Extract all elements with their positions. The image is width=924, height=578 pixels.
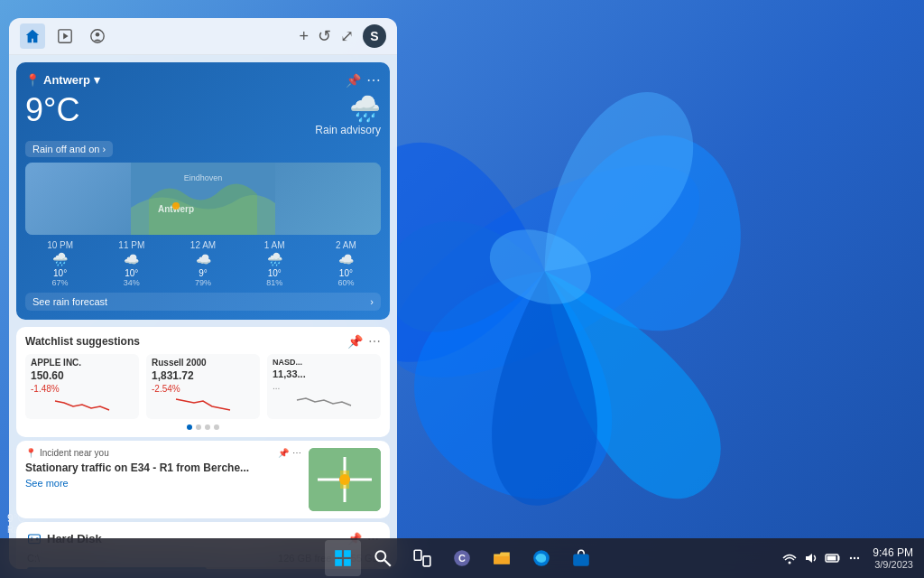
hourly-forecast: 10 PM🌧️10°67% 11 PM☁️10°34% 12 AM☁️9°79%… — [25, 240, 381, 287]
desktop: + ↺ ⤢ S 📍 Antwerp ▾ 📌 ⋯ 9 — [0, 0, 924, 578]
weather-temp: 9°C — [25, 94, 79, 126]
stocks-widget: Watchlist suggestions 📌 ⋯ APPLE INC. 150… — [16, 327, 390, 437]
weather-widget: 📍 Antwerp ▾ 📌 ⋯ 9°C 🌧️ Rain advisory — [16, 62, 390, 320]
traffic-map — [309, 448, 381, 511]
stocks-row: APPLE INC. 150.60 -1.48% Russell 2000 1,… — [25, 354, 381, 419]
svg-marker-3 — [63, 33, 68, 39]
system-tray — [781, 549, 864, 567]
stocks-more-icon[interactable]: ⋯ — [368, 334, 381, 349]
stock-russell[interactable]: Russell 2000 1,831.72 -2.54% — [146, 354, 260, 419]
dot-4[interactable] — [214, 424, 219, 430]
tab-discover[interactable] — [85, 23, 110, 49]
svg-point-9 — [172, 202, 180, 210]
search-button[interactable] — [365, 540, 401, 576]
weather-pin-icon[interactable]: 📌 — [346, 73, 361, 88]
see-rain-forecast-btn[interactable]: See rain forecast › — [25, 293, 381, 311]
rain-off-on-link[interactable]: Rain off and on › — [25, 141, 113, 157]
sound-icon[interactable] — [802, 549, 820, 567]
stocks-pin-icon[interactable]: 📌 — [347, 334, 363, 349]
svg-point-19 — [375, 551, 385, 561]
svg-point-5 — [96, 33, 100, 37]
user-avatar[interactable]: S — [363, 24, 386, 48]
stock-apple[interactable]: APPLE INC. 150.60 -1.48% — [25, 354, 139, 419]
stock-nasdaq[interactable]: NASD... 11,33... ... — [267, 354, 381, 419]
traffic-title: Stationary traffic on E34 - R1 from Berc… — [25, 461, 301, 474]
taskbar-center: C — [325, 540, 599, 576]
widget-panel: + ↺ ⤢ S 📍 Antwerp ▾ 📌 ⋯ 9 — [9, 18, 397, 569]
svg-point-30 — [850, 557, 852, 559]
dot-2[interactable] — [196, 424, 201, 430]
chat-button[interactable]: C — [444, 540, 480, 576]
svg-rect-22 — [423, 556, 430, 566]
network-icon[interactable] — [781, 549, 799, 567]
expand-btn[interactable]: ⤢ — [340, 26, 354, 46]
svg-rect-18 — [344, 559, 351, 566]
svg-rect-17 — [335, 559, 342, 566]
battery-icon[interactable] — [824, 549, 842, 567]
clock-date: 3/9/2023 — [873, 559, 913, 570]
svg-point-31 — [854, 557, 855, 559]
clock-time: 9:46 PM — [873, 546, 913, 559]
traffic-more-icon[interactable]: ⋯ — [292, 448, 301, 458]
taskbar: C — [0, 538, 924, 578]
traffic-widget[interactable]: 📍 Incident near you 📌 ⋯ Stationary traff… — [16, 441, 390, 518]
dot-1[interactable] — [187, 424, 192, 430]
weather-map[interactable]: Eindhoven Antwerp — [25, 163, 381, 235]
add-widget-btn[interactable]: + — [299, 27, 309, 46]
weather-condition: Rain advisory — [315, 124, 381, 136]
task-view-button[interactable] — [404, 540, 440, 576]
refresh-btn[interactable]: ↺ — [318, 26, 331, 46]
taskbar-right: 9:46 PM 3/9/2023 — [781, 545, 917, 572]
dot-3[interactable] — [205, 424, 210, 430]
tray-overflow-icon[interactable] — [845, 549, 864, 567]
svg-rect-29 — [827, 556, 836, 561]
file-explorer-button[interactable] — [484, 540, 520, 576]
svg-rect-26 — [573, 555, 589, 566]
weather-location[interactable]: 📍 Antwerp ▾ — [25, 73, 100, 87]
browser-button[interactable] — [523, 540, 559, 576]
svg-text:Eindhoven: Eindhoven — [184, 173, 223, 182]
svg-rect-15 — [335, 550, 342, 557]
tab-home[interactable] — [20, 23, 45, 49]
svg-rect-21 — [414, 550, 421, 560]
traffic-badge: 📍 Incident near you 📌 ⋯ — [25, 448, 301, 458]
stocks-title: Watchlist suggestions — [25, 335, 140, 348]
svg-point-32 — [857, 557, 859, 559]
store-button[interactable] — [563, 540, 599, 576]
traffic-see-more[interactable]: See more — [25, 478, 301, 489]
panel-topbar-actions: + ↺ ⤢ S — [299, 24, 386, 48]
tab-play[interactable] — [52, 23, 78, 49]
panel-topbar: + ↺ ⤢ S — [9, 18, 397, 55]
svg-line-20 — [384, 560, 391, 566]
panel-tab-icons — [20, 23, 110, 49]
traffic-pin-icon[interactable]: 📌 — [278, 448, 289, 458]
weather-more-icon[interactable]: ⋯ — [366, 71, 381, 89]
system-clock[interactable]: 9:46 PM 3/9/2023 — [869, 545, 917, 572]
stocks-pagination — [25, 424, 381, 430]
start-button[interactable] — [325, 540, 361, 576]
svg-point-27 — [789, 562, 791, 564]
svg-text:C: C — [458, 553, 466, 564]
svg-rect-16 — [344, 550, 351, 557]
traffic-info: 📍 Incident near you 📌 ⋯ Stationary traff… — [25, 448, 301, 511]
